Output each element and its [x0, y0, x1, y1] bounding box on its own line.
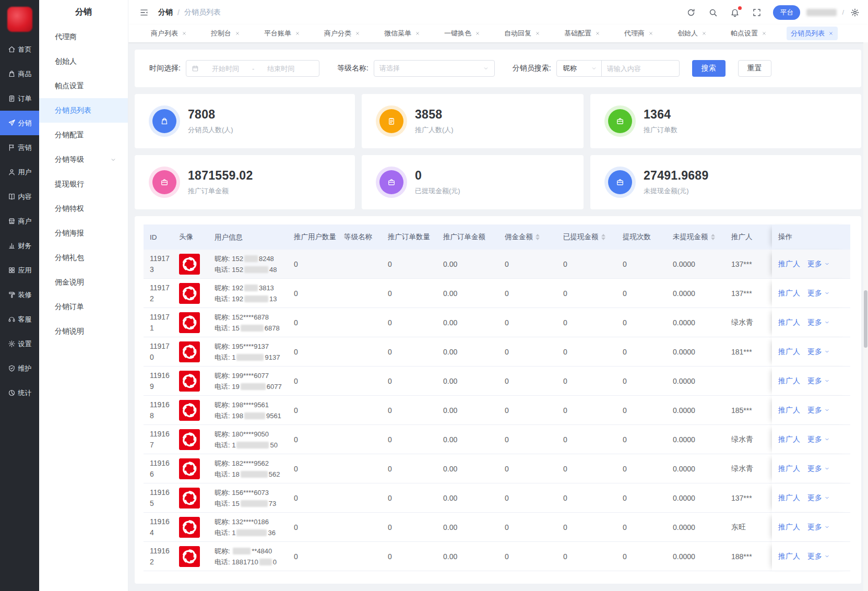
close-icon[interactable] — [182, 31, 187, 36]
more-dropdown-link[interactable]: 更多 — [807, 318, 830, 327]
cell-actions: 推广人 更多 — [772, 308, 850, 337]
tab-9[interactable]: 创始人 — [673, 27, 711, 40]
search-button[interactable]: 搜索 — [692, 60, 726, 77]
more-dropdown-link[interactable]: 更多 — [807, 376, 830, 386]
sidebar-item-6[interactable]: 提现银行 — [39, 172, 128, 196]
rail-item-bag[interactable]: 商品 — [0, 62, 39, 86]
tab-7[interactable]: 基础配置 — [560, 27, 604, 40]
sort-carets-icon[interactable] — [536, 234, 540, 240]
sort-carets-icon[interactable] — [711, 234, 715, 240]
close-icon[interactable] — [701, 31, 707, 36]
settings-gear-icon[interactable] — [850, 8, 860, 17]
more-dropdown-link[interactable]: 更多 — [807, 523, 830, 532]
promoter-link[interactable]: 推广人 — [778, 552, 800, 561]
sort-carets-icon[interactable] — [601, 234, 605, 240]
close-icon[interactable] — [535, 31, 540, 36]
sidebar-item-0[interactable]: 代理商 — [39, 25, 128, 49]
close-icon[interactable] — [415, 31, 420, 36]
sidebar-item-3[interactable]: 分销员列表 — [39, 98, 128, 123]
close-icon[interactable] — [235, 31, 240, 36]
rail-item-clipboard[interactable]: 订单 — [0, 86, 39, 111]
scrollbar-thumb[interactable] — [864, 290, 867, 348]
sidebar-item-12[interactable]: 分销说明 — [39, 319, 128, 344]
rail-item-gear[interactable]: 设置 — [0, 332, 39, 356]
search-keyword-input[interactable] — [602, 65, 679, 73]
username-redacted[interactable] — [806, 9, 837, 16]
rail-item-brush[interactable]: 装修 — [0, 282, 39, 307]
platform-badge[interactable]: 平台 — [773, 5, 800, 20]
rail-item-flag[interactable]: 营销 — [0, 135, 39, 160]
search-type-select[interactable]: 昵称 — [557, 61, 602, 76]
rail-item-chart[interactable]: 财务 — [0, 233, 39, 258]
rail-item-shop[interactable]: 商户 — [0, 209, 39, 233]
tab-1[interactable]: 控制台 — [207, 27, 244, 40]
more-dropdown-link[interactable]: 更多 — [807, 406, 830, 415]
close-icon[interactable] — [648, 31, 653, 36]
sidebar-item-2[interactable]: 帕点设置 — [39, 74, 128, 98]
sidebar-item-1[interactable]: 创始人 — [39, 49, 128, 74]
more-dropdown-link[interactable]: 更多 — [807, 552, 830, 561]
sidebar-item-4[interactable]: 分销配置 — [39, 123, 128, 147]
tab-8[interactable]: 代理商 — [620, 27, 658, 40]
tab-11[interactable]: 分销员列表 — [787, 27, 838, 40]
sidebar-item-7[interactable]: 分销特权 — [39, 196, 128, 221]
promoter-link[interactable]: 推广人 — [778, 318, 800, 327]
promoter-link[interactable]: 推广人 — [778, 435, 800, 444]
rail-item-book[interactable]: 内容 — [0, 184, 39, 209]
tab-10[interactable]: 帕点设置 — [727, 27, 771, 40]
rail-item-home[interactable]: 首页 — [0, 37, 39, 62]
rail-item-plane[interactable]: 分销 — [0, 111, 39, 135]
tab-2[interactable]: 平台账单 — [260, 27, 304, 40]
column-header-7[interactable]: 佣金金额 — [498, 224, 557, 250]
more-dropdown-link[interactable]: 更多 — [807, 259, 830, 269]
notification-bell-icon[interactable] — [730, 8, 740, 17]
sidebar-item-10[interactable]: 佣金说明 — [39, 270, 128, 294]
filter-panel: 时间选择: - 等级名称: 请选择 分销员搜索: 昵称 — [135, 50, 861, 87]
redacted-text — [236, 354, 264, 361]
rail-item-shield[interactable]: 维护 — [0, 356, 39, 381]
search-icon[interactable] — [708, 8, 718, 17]
tab-3[interactable]: 商户分类 — [320, 27, 364, 40]
more-dropdown-link[interactable]: 更多 — [807, 435, 830, 444]
promoter-link[interactable]: 推广人 — [778, 493, 800, 503]
close-icon[interactable] — [475, 31, 480, 36]
more-dropdown-link[interactable]: 更多 — [807, 289, 830, 298]
start-date-input[interactable] — [203, 64, 248, 73]
rail-item-pie[interactable]: 统计 — [0, 381, 39, 405]
promoter-link[interactable]: 推广人 — [778, 289, 800, 298]
rail-item-user[interactable]: 用户 — [0, 160, 39, 184]
close-icon[interactable] — [595, 31, 600, 36]
promoter-link[interactable]: 推广人 — [778, 464, 800, 474]
more-dropdown-link[interactable]: 更多 — [807, 493, 830, 503]
rail-item-grid[interactable]: 应用 — [0, 258, 39, 282]
date-range-picker[interactable]: - — [186, 60, 319, 77]
level-select[interactable]: 请选择 — [374, 60, 495, 77]
tab-0[interactable]: 商户列表 — [147, 27, 191, 40]
close-icon[interactable] — [828, 31, 834, 36]
promoter-link[interactable]: 推广人 — [778, 347, 800, 357]
sidebar-item-9[interactable]: 分销礼包 — [39, 245, 128, 270]
sidebar-item-8[interactable]: 分销海报 — [39, 221, 128, 245]
collapse-menu-icon[interactable] — [139, 8, 149, 17]
rail-item-headset[interactable]: 客服 — [0, 307, 39, 332]
fullscreen-icon[interactable] — [752, 8, 762, 17]
close-icon[interactable] — [295, 31, 300, 36]
tab-5[interactable]: 一键换色 — [440, 27, 484, 40]
promoter-link[interactable]: 推广人 — [778, 259, 800, 269]
sidebar-item-5[interactable]: 分销等级 — [39, 147, 128, 172]
end-date-input[interactable] — [258, 64, 303, 73]
promoter-link[interactable]: 推广人 — [778, 376, 800, 386]
close-icon[interactable] — [355, 31, 360, 36]
refresh-icon[interactable] — [686, 8, 696, 17]
reset-button[interactable]: 重置 — [738, 60, 771, 77]
more-dropdown-link[interactable]: 更多 — [807, 347, 830, 357]
close-icon[interactable] — [762, 31, 767, 36]
more-dropdown-link[interactable]: 更多 — [807, 464, 830, 474]
promoter-link[interactable]: 推广人 — [778, 523, 800, 532]
promoter-link[interactable]: 推广人 — [778, 406, 800, 415]
tab-6[interactable]: 自动回复 — [500, 27, 544, 40]
tab-4[interactable]: 微信菜单 — [380, 27, 424, 40]
column-header-10[interactable]: 未提现金额 — [667, 224, 725, 250]
column-header-8[interactable]: 已提现金额 — [557, 224, 616, 250]
sidebar-item-11[interactable]: 分销订单 — [39, 294, 128, 319]
